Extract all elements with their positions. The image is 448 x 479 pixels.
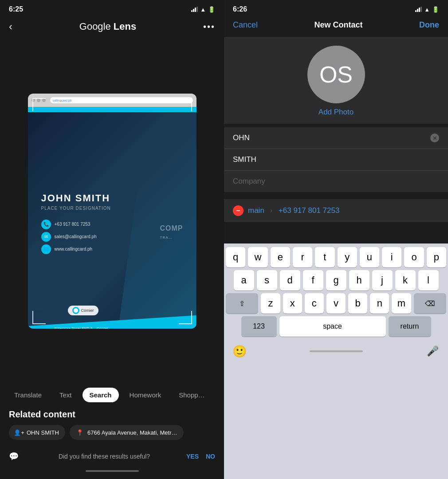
more-options-button[interactable]: ••• (203, 22, 215, 32)
card-address: Enterprise Tower ENT. A... ComierPaseo d… (55, 326, 108, 329)
feedback-question: Did you find these results useful? (59, 453, 150, 460)
key-s[interactable]: s (257, 270, 277, 291)
card-phone: +63 917 801 7253 (55, 222, 90, 227)
key-d[interactable]: d (280, 270, 300, 291)
key-q[interactable]: q (226, 247, 245, 267)
tab-shopping[interactable]: Shopp… (172, 388, 212, 402)
clear-first-name-button[interactable]: ✕ (430, 133, 439, 142)
card-address-row: 🏠 Enterprise Tower ENT. A... ComierPaseo… (41, 326, 183, 329)
remove-phone-button[interactable]: – (233, 205, 244, 216)
key-t[interactable]: t (315, 247, 334, 267)
right-status-icons: ▲ 🔋 (415, 6, 439, 13)
key-y[interactable]: y (338, 247, 357, 267)
key-a[interactable]: a (234, 270, 254, 291)
key-o[interactable]: o (404, 247, 424, 267)
phone-chevron-icon: › (271, 208, 272, 214)
keyboard-bottom-row: 🙂 🎤 (226, 339, 446, 363)
feedback-yes[interactable]: YES (186, 453, 199, 460)
key-r[interactable]: r (293, 247, 312, 267)
backspace-key[interactable]: ⌫ (414, 293, 446, 314)
key-v[interactable]: v (326, 293, 346, 314)
lens-header: ‹ Google Lens ••• (0, 17, 224, 38)
scanned-card-image: callingcard.ph JOHN SMITH PLACE YOUR DES… (28, 94, 196, 329)
battery-icon: 🔋 (208, 6, 215, 13)
key-p[interactable]: p (427, 247, 446, 267)
new-contact-panel: 6:26 ▲ 🔋 Cancel New Contact Done OS Add … (224, 0, 448, 479)
space-key[interactable]: space (279, 316, 386, 337)
phone-number[interactable]: +63 917 801 7253 (279, 206, 340, 215)
return-key[interactable]: return (389, 316, 431, 337)
key-f[interactable]: f (303, 270, 323, 291)
right-wifi-icon: ▲ (424, 6, 430, 13)
company-placeholder: Company (233, 177, 439, 186)
home-indicator-left (86, 470, 139, 472)
left-time: 6:25 (9, 5, 23, 13)
related-pill-contact[interactable]: 👤+ OHN SMITH (9, 425, 65, 440)
related-pill-contact-label: OHN SMITH (27, 429, 59, 436)
key-e[interactable]: e (271, 247, 290, 267)
corner-br (179, 311, 192, 324)
phone-label: main (248, 206, 264, 215)
key-z[interactable]: z (261, 293, 280, 314)
emoji-button[interactable]: 🙂 (229, 341, 250, 361)
last-name-field[interactable]: SMITH (224, 149, 448, 171)
google-lens-panel: 6:25 ▲ 🔋 ‹ Google Lens ••• (0, 0, 224, 479)
key-i[interactable]: i (382, 247, 401, 267)
done-button[interactable]: Done (419, 20, 439, 30)
key-c[interactable]: c (305, 293, 324, 314)
key-j[interactable]: j (372, 270, 393, 291)
numbers-key[interactable]: 123 (241, 316, 277, 337)
globe-icon: 🌐 (41, 244, 51, 254)
email-icon: ✉ (41, 232, 51, 242)
wifi-icon: ▲ (200, 6, 206, 13)
back-button[interactable]: ‹ (9, 20, 12, 33)
mic-button[interactable]: 🎤 (422, 341, 443, 361)
tab-homework[interactable]: Homework (122, 388, 169, 402)
selection-indicator: Comier (68, 306, 98, 315)
avatar-initials: OS (319, 61, 353, 88)
first-name-field[interactable]: OHN ✕ (224, 127, 448, 149)
related-pill-location[interactable]: 📍 6766 Ayala Avenue, Makati, Metr… (70, 425, 184, 440)
right-time: 6:26 (233, 5, 247, 13)
tab-translate[interactable]: Translate (7, 388, 49, 402)
tab-search[interactable]: Search (83, 388, 119, 402)
card-scan-area: callingcard.ph JOHN SMITH PLACE YOUR DES… (0, 38, 224, 384)
key-k[interactable]: k (395, 270, 416, 291)
section-separator (224, 196, 448, 199)
keyboard: q w e r t y u i o p a s d f g h j k l ⇧ … (224, 243, 448, 479)
form-spacer (224, 226, 448, 243)
cancel-button[interactable]: Cancel (233, 20, 258, 30)
avatar: OS (307, 46, 365, 103)
right-signal-icon (415, 7, 422, 12)
shift-key[interactable]: ⇧ (226, 293, 258, 314)
lens-bottom-section: Translate Text Search Homework Shopp… Re… (0, 384, 224, 479)
key-l[interactable]: l (418, 270, 439, 291)
key-x[interactable]: x (283, 293, 302, 314)
lens-title: Google Lens (79, 21, 136, 32)
company-field[interactable]: Company (224, 171, 448, 192)
first-name-value: OHN (233, 133, 430, 142)
related-content-section: Related content 👤+ OHN SMITH 📍 6766 Ayal… (0, 406, 224, 445)
add-photo-button[interactable]: Add Photo (318, 108, 354, 117)
maps-pin-icon: 📍 (76, 428, 84, 436)
key-n[interactable]: n (370, 293, 389, 314)
key-w[interactable]: w (248, 247, 267, 267)
corner-tl (32, 98, 46, 111)
name-form-section: OHN ✕ SMITH Company (224, 127, 448, 192)
keyboard-row-4: 123 space return (226, 316, 446, 337)
tab-text[interactable]: Text (52, 388, 79, 402)
feedback-no[interactable]: NO (206, 453, 215, 460)
keyboard-row-2: a s d f g h j k l (226, 270, 446, 291)
key-h[interactable]: h (349, 270, 369, 291)
key-m[interactable]: m (392, 293, 411, 314)
key-b[interactable]: b (348, 293, 367, 314)
business-card: JOHN SMITH PLACE YOUR DESIGNATION 📞 +63 … (28, 107, 196, 329)
home-indicator-right (310, 350, 363, 352)
related-pill-location-label: 6766 Ayala Avenue, Makati, Metr… (87, 429, 177, 436)
signal-icon (191, 7, 198, 12)
key-g[interactable]: g (326, 270, 346, 291)
card-email: sales@callingcard.ph (55, 234, 97, 239)
key-u[interactable]: u (360, 247, 379, 267)
phone-icon: 📞 (41, 220, 51, 229)
left-status-bar: 6:25 ▲ 🔋 (0, 0, 224, 17)
